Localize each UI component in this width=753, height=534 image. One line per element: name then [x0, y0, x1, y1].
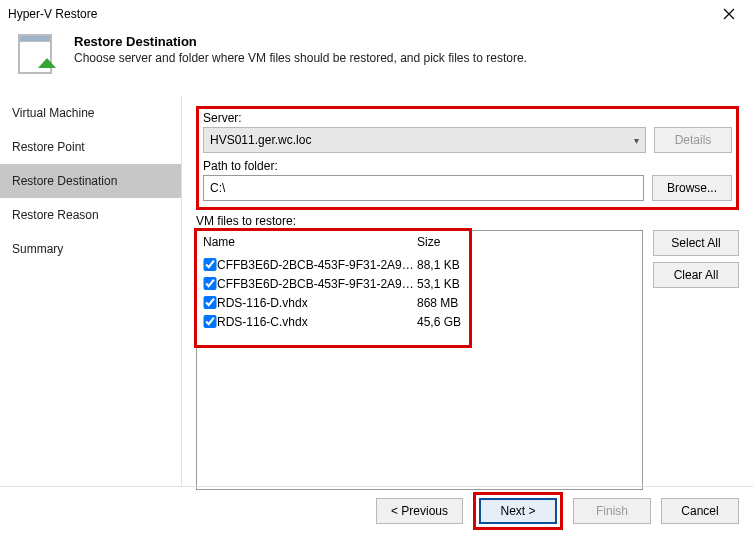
previous-button[interactable]: < Previous	[376, 498, 463, 524]
select-all-button[interactable]: Select All	[653, 230, 739, 256]
file-name: RDS-116-C.vhdx	[217, 315, 417, 329]
file-size: 88,1 KB	[417, 258, 477, 272]
highlight-server-path: Server: HVS011.ger.wc.loc ▾ Details Path…	[196, 106, 739, 210]
file-name: RDS-116-D.vhdx	[217, 296, 417, 310]
sidebar-item-restore-reason[interactable]: Restore Reason	[0, 198, 181, 232]
sidebar-item-summary[interactable]: Summary	[0, 232, 181, 266]
finish-button: Finish	[573, 498, 651, 524]
file-size: 53,1 KB	[417, 277, 477, 291]
close-icon	[723, 8, 735, 20]
file-name: CFFB3E6D-2BCB-453F-9F31-2A944...	[217, 277, 417, 291]
file-row[interactable]: RDS-116-D.vhdx868 MB	[203, 293, 636, 312]
wizard-icon	[14, 34, 62, 82]
sidebar-item-virtual-machine[interactable]: Virtual Machine	[0, 96, 181, 130]
path-label: Path to folder:	[203, 159, 732, 173]
next-button[interactable]: Next >	[479, 498, 557, 524]
close-button[interactable]	[709, 2, 749, 26]
files-label: VM files to restore:	[196, 214, 739, 228]
server-value: HVS011.ger.wc.loc	[210, 133, 311, 147]
file-row[interactable]: RDS-116-C.vhdx45,6 GB	[203, 312, 636, 331]
files-list[interactable]: Name Size CFFB3E6D-2BCB-453F-9F31-2A944.…	[196, 230, 643, 490]
server-combobox[interactable]: HVS011.ger.wc.loc ▾	[203, 127, 646, 153]
file-checkbox[interactable]	[203, 315, 217, 328]
file-checkbox[interactable]	[203, 296, 217, 309]
sidebar-item-restore-point[interactable]: Restore Point	[0, 130, 181, 164]
col-header-name[interactable]: Name	[203, 235, 417, 249]
file-checkbox[interactable]	[203, 277, 217, 290]
page-subtitle: Choose server and folder where VM files …	[74, 51, 527, 65]
wizard-footer: < Previous Next > Finish Cancel	[0, 486, 753, 534]
highlight-next: Next >	[473, 492, 563, 530]
wizard-sidebar: Virtual Machine Restore Point Restore De…	[0, 96, 182, 486]
col-header-size[interactable]: Size	[417, 235, 477, 249]
details-button[interactable]: Details	[654, 127, 732, 153]
file-name: CFFB3E6D-2BCB-453F-9F31-2A944...	[217, 258, 417, 272]
wizard-header: Restore Destination Choose server and fo…	[0, 28, 753, 92]
chevron-down-icon: ▾	[634, 135, 639, 146]
file-row[interactable]: CFFB3E6D-2BCB-453F-9F31-2A944...88,1 KB	[203, 255, 636, 274]
server-label: Server:	[203, 111, 732, 125]
sidebar-item-restore-destination[interactable]: Restore Destination	[0, 164, 181, 198]
page-title: Restore Destination	[74, 34, 527, 49]
path-input[interactable]	[203, 175, 644, 201]
file-checkbox[interactable]	[203, 258, 217, 271]
file-size: 45,6 GB	[417, 315, 477, 329]
file-size: 868 MB	[417, 296, 477, 310]
clear-all-button[interactable]: Clear All	[653, 262, 739, 288]
window-title: Hyper-V Restore	[8, 7, 97, 21]
restore-arrow-icon	[32, 56, 62, 86]
cancel-button[interactable]: Cancel	[661, 498, 739, 524]
file-row[interactable]: CFFB3E6D-2BCB-453F-9F31-2A944...53,1 KB	[203, 274, 636, 293]
browse-button[interactable]: Browse...	[652, 175, 732, 201]
